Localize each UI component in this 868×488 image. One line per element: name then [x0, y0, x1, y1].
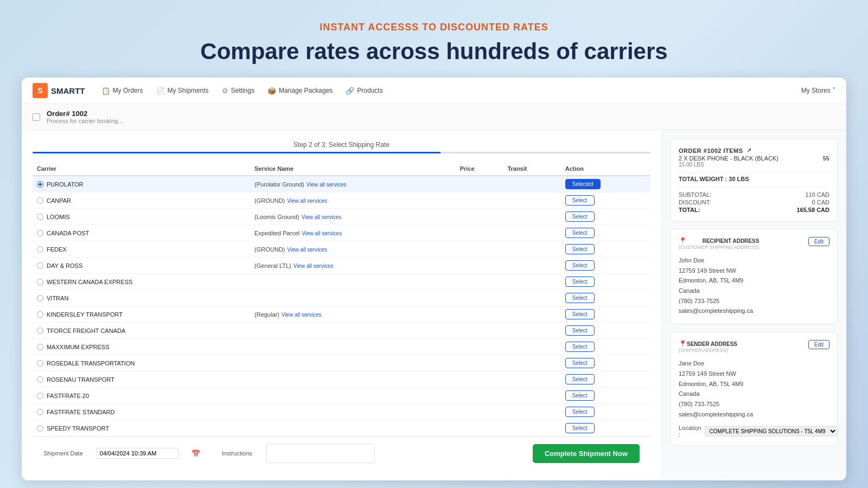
select-button[interactable]: Select: [565, 342, 595, 352]
pin-icon-sender: 📍: [679, 340, 687, 348]
view-all-services-link[interactable]: View all services: [282, 312, 322, 318]
carrier-radio[interactable]: [37, 393, 43, 399]
carrier-name: TFORCE FREIGHT CANADA: [37, 328, 246, 334]
carrier-radio[interactable]: [37, 214, 43, 220]
table-row: PUROLATOR (Purolator Ground)View all ser…: [33, 176, 650, 192]
table-row: VITRAN Select: [33, 290, 650, 306]
carrier-name: ROSENAU TRANSPORT: [37, 376, 246, 383]
carrier-radio[interactable]: [37, 360, 43, 367]
carrier-radio[interactable]: [37, 246, 43, 253]
nav-item-shipments[interactable]: 📄 My Shipments: [156, 87, 209, 95]
sender-edit-button[interactable]: Edit: [808, 340, 829, 349]
carrier-radio[interactable]: [37, 311, 43, 318]
carrier-radio[interactable]: [37, 344, 43, 350]
location-select[interactable]: COMPLETE SHIPPING SOLUTIONS - T5L 4M9: [705, 426, 838, 436]
col-price: Price: [456, 162, 503, 176]
price-cell: [456, 274, 503, 290]
table-row: TFORCE FREIGHT CANADA Select: [33, 323, 650, 339]
table-row: MAXXIMUM EXPRESS Select: [33, 339, 650, 355]
carrier-radio[interactable]: [37, 181, 43, 188]
orders-icon: 📋: [101, 87, 110, 95]
carrier-radio[interactable]: [37, 409, 43, 415]
select-button[interactable]: Select: [565, 390, 595, 401]
sender-email: sales@completeshipping.ca: [679, 409, 829, 420]
select-button[interactable]: Select: [565, 374, 595, 384]
recipient-name: John Doe: [679, 255, 829, 266]
select-button[interactable]: Select: [565, 277, 595, 287]
nav-item-packages[interactable]: 📦 Manage Packages: [267, 87, 333, 95]
sender-address-card: 📍 SENDER ADDRESS (SHIPPER ADDRESS) Edit …: [671, 332, 838, 446]
transit-cell: [503, 192, 560, 209]
table-row: CANPAR (GROUND)View all servicesSelect: [33, 192, 650, 209]
step-progress-line: [33, 152, 650, 153]
recipient-email: sales@completeshipping.ca: [679, 306, 829, 316]
order-items-title: ORDER #1002 ITEMS ↗: [679, 147, 829, 154]
carrier-radio[interactable]: [37, 279, 43, 285]
order-item-row: 2 X DESK PHONE - BLACK (BLACK) 15.00 LBS…: [679, 155, 829, 168]
price-cell: [456, 371, 503, 388]
select-button[interactable]: Select: [565, 309, 595, 319]
app-window: S SMARTT 📋 My Orders 📄 My Shipments ⚙ Se…: [22, 78, 846, 480]
select-button[interactable]: Select: [565, 244, 595, 254]
calendar-icon[interactable]: 📅: [192, 450, 200, 458]
my-stores-dropdown[interactable]: My Stores ˅: [801, 87, 835, 94]
view-all-services-link[interactable]: View all services: [302, 230, 342, 236]
nav-item-settings[interactable]: ⚙ Settings: [222, 87, 254, 95]
view-all-services-link[interactable]: View all services: [287, 198, 327, 204]
recipient-edit-button[interactable]: Edit: [808, 237, 829, 246]
view-all-services-link[interactable]: View all services: [287, 247, 327, 253]
service-name: (General LTL): [254, 262, 291, 269]
shipments-icon: 📄: [156, 87, 165, 95]
service-name: (Regular): [254, 311, 279, 318]
nav-item-products[interactable]: 🔗 Products: [346, 87, 382, 95]
carrier-radio[interactable]: [37, 295, 43, 301]
order-number: Order# 1002: [47, 110, 123, 118]
breadcrumb-checkbox[interactable]: [33, 113, 40, 121]
service-name: (GROUND): [254, 246, 285, 253]
carrier-name: LOOMIS: [37, 214, 246, 220]
carrier-name: ROSEDALE TRANSPORTATION: [37, 360, 246, 367]
carrier-tbody: PUROLATOR (Purolator Ground)View all ser…: [33, 176, 650, 436]
select-button[interactable]: Select: [565, 293, 595, 303]
recipient-country: Canada: [679, 286, 829, 296]
logo-text: SMARTT: [51, 86, 85, 95]
order-items-card: ORDER #1002 ITEMS ↗ 2 X DESK PHONE - BLA…: [671, 139, 838, 221]
complete-shipment-button[interactable]: Complete Shipment Now: [533, 444, 640, 463]
selected-button[interactable]: Selected: [565, 179, 601, 189]
carrier-radio[interactable]: [37, 230, 43, 236]
view-all-services-link[interactable]: View all services: [307, 182, 347, 188]
shipment-date-input[interactable]: [96, 448, 178, 459]
recipient-street: 12759 149 Street NW: [679, 266, 829, 276]
instructions-textarea[interactable]: [266, 444, 375, 463]
total-row: TOTAL: 165.58 CAD: [679, 207, 829, 213]
view-all-services-link[interactable]: View all services: [302, 214, 342, 220]
nav-item-orders[interactable]: 📋 My Orders: [101, 87, 143, 95]
view-all-services-link[interactable]: View all services: [293, 263, 334, 269]
recipient-subtitle: (CUSTOMER SHIPPING ADDRESS): [679, 245, 759, 250]
carrier-radio[interactable]: [37, 197, 43, 204]
discount-row: DISCOUNT: 0 CAD: [679, 199, 829, 206]
select-button[interactable]: Select: [565, 325, 595, 336]
select-button[interactable]: Select: [565, 260, 595, 271]
service-name: (Loomis Ground): [254, 214, 299, 220]
products-icon: 🔗: [346, 87, 354, 95]
select-button[interactable]: Select: [565, 358, 595, 368]
price-cell: [456, 176, 503, 192]
transit-cell: [503, 339, 560, 355]
col-service: Service Name: [250, 162, 456, 176]
carrier-radio[interactable]: [37, 328, 43, 334]
select-button[interactable]: Select: [565, 407, 595, 417]
recipient-address-text: John Doe 12759 149 Street NW Edmonton, A…: [679, 255, 829, 316]
step-indicator: Step 2 of 3: Select Shipping Rate: [33, 141, 650, 153]
carrier-radio[interactable]: [37, 262, 43, 269]
select-button[interactable]: Select: [565, 228, 595, 238]
select-button[interactable]: Select: [565, 211, 595, 222]
select-button[interactable]: Select: [565, 195, 595, 206]
carrier-radio[interactable]: [37, 425, 43, 432]
transit-cell: [503, 323, 560, 339]
recipient-address-card: 📍 RECIPIENT ADDRESS (CUSTOMER SHIPPING A…: [671, 229, 838, 324]
carrier-radio[interactable]: [37, 376, 43, 383]
external-link-icon[interactable]: ↗: [746, 147, 752, 154]
table-header: Carrier Service Name Price Transit Actio…: [33, 162, 650, 176]
select-button[interactable]: Select: [565, 423, 595, 433]
